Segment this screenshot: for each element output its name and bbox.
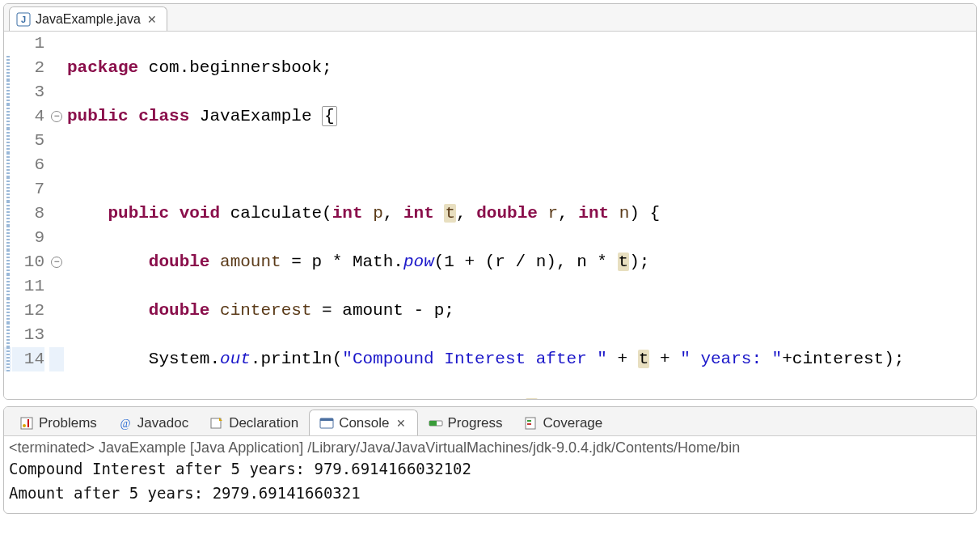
bottom-panel: Problems @ Javadoc Declaration Console ✕…	[3, 406, 977, 514]
fold-toggle-icon[interactable]: −	[51, 257, 62, 268]
tab-label: Problems	[39, 415, 97, 431]
editor-tab-bar: J JavaExample.java ✕	[4, 4, 976, 32]
line-number: 11	[12, 274, 44, 299]
line-number: 2	[12, 56, 44, 80]
declaration-icon	[209, 416, 224, 431]
fold-toggle-icon[interactable]: −	[51, 111, 62, 122]
tab-coverage[interactable]: Coverage	[513, 410, 614, 435]
svg-text:J: J	[21, 15, 26, 24]
svg-text:@: @	[120, 418, 130, 430]
tab-problems[interactable]: Problems	[9, 410, 108, 435]
svg-rect-8	[320, 418, 333, 421]
line-number: 9	[12, 226, 44, 250]
svg-rect-13	[527, 423, 531, 425]
line-number: 7	[12, 177, 44, 202]
editor-tab-javaexample[interactable]: J JavaExample.java ✕	[9, 6, 167, 31]
problems-icon	[19, 416, 34, 431]
code-area[interactable]: package com.beginnersbook; public class …	[64, 32, 976, 400]
editor-panel: J JavaExample.java ✕ 1 2 3	[3, 3, 977, 400]
tab-declaration[interactable]: Declaration	[199, 410, 309, 435]
tab-javadoc[interactable]: @ Javadoc	[108, 410, 199, 435]
coverage-icon	[524, 416, 539, 431]
svg-rect-10	[429, 421, 437, 426]
svg-rect-2	[21, 418, 32, 429]
tab-label: Javadoc	[137, 415, 188, 431]
line-number: 5	[12, 129, 44, 153]
line-number: 13	[12, 323, 44, 347]
close-icon[interactable]: ✕	[395, 417, 408, 430]
line-number: 3	[12, 80, 44, 104]
tab-label: Declaration	[229, 415, 298, 431]
console-output[interactable]: Compound Interest after 5 years: 979.691…	[4, 456, 976, 513]
editor-tab-label: JavaExample.java	[36, 12, 141, 27]
svg-rect-12	[527, 420, 531, 422]
java-file-icon: J	[16, 12, 31, 27]
line-number: 8	[12, 202, 44, 226]
tab-progress[interactable]: Progress	[418, 410, 513, 435]
line-number: 14	[12, 347, 44, 371]
fold-column: − −	[49, 32, 64, 400]
line-number: 1	[12, 32, 44, 56]
fold-stripe-margin	[4, 32, 12, 400]
bottom-tab-bar: Problems @ Javadoc Declaration Console ✕…	[4, 407, 976, 436]
console-icon	[319, 416, 334, 431]
line-number: 12	[12, 299, 44, 323]
svg-rect-4	[27, 419, 29, 427]
tab-label: Console	[339, 415, 389, 431]
console-line: Compound Interest after 5 years: 979.691…	[9, 458, 971, 482]
console-line: Amount after 5 years: 2979.69141660321	[9, 482, 971, 507]
tab-console[interactable]: Console ✕	[309, 410, 417, 435]
javadoc-icon: @	[118, 416, 133, 431]
code-editor[interactable]: 1 2 3 4 5 6 7 8 9 10 11 12 13 14 − − pac…	[4, 32, 976, 400]
tab-label: Progress	[448, 415, 503, 431]
close-icon[interactable]: ✕	[146, 13, 158, 26]
line-number: 6	[12, 153, 44, 177]
svg-point-3	[23, 424, 26, 427]
line-number: 4	[12, 104, 44, 129]
line-number: 10	[12, 250, 44, 274]
tab-label: Coverage	[543, 415, 603, 431]
console-launch-info: <terminated> JavaExample [Java Applicati…	[4, 436, 976, 456]
progress-icon	[429, 416, 443, 431]
line-number-gutter: 1 2 3 4 5 6 7 8 9 10 11 12 13 14	[12, 32, 49, 400]
